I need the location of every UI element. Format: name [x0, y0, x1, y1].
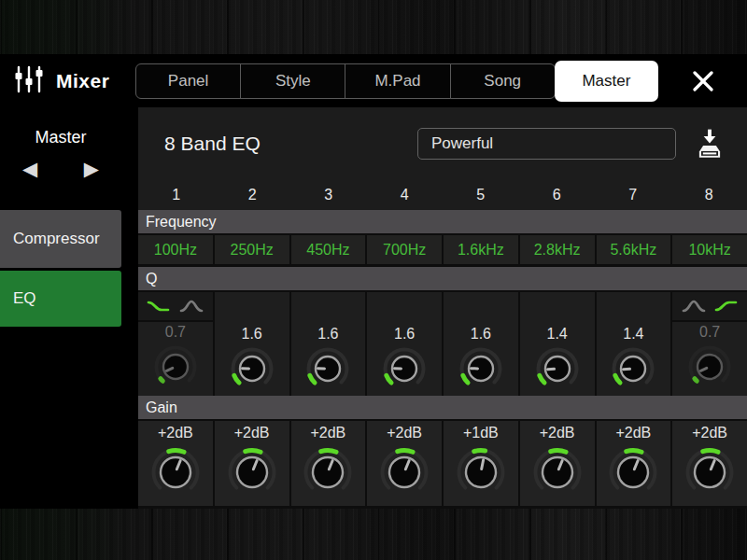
- gain-section-label: Gain: [138, 396, 747, 419]
- band-number-6: 6: [519, 180, 596, 210]
- q-column-band-2: 1.6: [215, 292, 289, 396]
- frequency-value-band-7[interactable]: 5.6kHz: [597, 235, 671, 264]
- tab-m-pad[interactable]: M.Pad: [345, 63, 450, 99]
- save-button[interactable]: [693, 127, 726, 161]
- q-shape-selector-band-8: [672, 292, 747, 322]
- tab-style[interactable]: Style: [240, 63, 345, 99]
- frequency-value-band-6[interactable]: 2.8kHz: [520, 235, 595, 264]
- eq-header: 8 Band EQ Powerful: [138, 107, 747, 180]
- q-section-label: Q: [138, 267, 747, 290]
- q-knob-band-5[interactable]: [444, 344, 518, 396]
- title-bar: Mixer PanelStyleM.PadSongMaster: [0, 54, 747, 107]
- gain-knob-band-3[interactable]: [291, 445, 366, 506]
- sidebar-item-compressor[interactable]: Compressor: [0, 210, 121, 268]
- gain-value-band-5: +1dB: [444, 421, 518, 445]
- q-shape-spacer: [215, 292, 289, 324]
- eq-panel: 8 Band EQ Powerful 123456: [138, 107, 747, 509]
- part-prev-button[interactable]: ◀: [22, 159, 37, 178]
- tab-master[interactable]: Master: [555, 61, 658, 102]
- q-column-band-5: 1.6: [444, 292, 518, 396]
- frequency-value-band-8[interactable]: 10kHz: [672, 235, 747, 264]
- gain-knob-band-5[interactable]: [444, 445, 518, 506]
- sidebar-item-eq[interactable]: EQ: [0, 271, 121, 327]
- q-column-band-4: 1.6: [367, 292, 442, 396]
- q-shape-spacer: [520, 292, 595, 324]
- preset-selector[interactable]: Powerful: [417, 128, 676, 160]
- frequency-section-label: Frequency: [138, 210, 747, 233]
- part-selector: Master ◀ ▶: [0, 107, 121, 210]
- band-number-7: 7: [595, 180, 671, 210]
- gain-value-band-8: +2dB: [672, 421, 747, 445]
- gain-column-band-3: +2dB: [291, 421, 366, 506]
- mixer-window: Mixer PanelStyleM.PadSongMaster Master: [0, 54, 747, 509]
- q-shape-selector-band-1: [138, 292, 213, 322]
- q-value-band-8: 0.7: [672, 322, 747, 343]
- frequency-value-band-1[interactable]: 100Hz: [138, 235, 213, 264]
- q-value-band-5: 1.6: [444, 324, 518, 344]
- band-number-4: 4: [367, 180, 444, 210]
- q-column-band-7: 1.4: [597, 292, 671, 396]
- sidebar-gap: [121, 107, 138, 509]
- band-number-3: 3: [290, 180, 367, 210]
- gain-value-band-4: +2dB: [367, 421, 442, 445]
- mixer-icon: [13, 64, 45, 98]
- q-value-band-4: 1.6: [367, 324, 442, 344]
- device-screen: Mixer PanelStyleM.PadSongMaster Master: [0, 0, 747, 560]
- low-shelf-shape-icon[interactable]: [147, 299, 171, 314]
- title-group: Mixer: [0, 64, 135, 98]
- page-title: 8 Band EQ: [164, 133, 261, 155]
- gain-column-band-4: +2dB: [367, 421, 442, 506]
- q-column-band-8: 0.7: [672, 292, 747, 396]
- gain-knob-band-4[interactable]: [367, 445, 442, 506]
- frequency-value-band-5[interactable]: 1.6kHz: [444, 235, 518, 264]
- gain-row: +2dB +2dB +2dB +2dB +1dB +2dB +2dB +2dB: [138, 419, 747, 509]
- q-column-band-6: 1.4: [520, 292, 595, 396]
- band-numbers-row: 12345678: [138, 180, 747, 210]
- gain-value-band-6: +2dB: [520, 421, 595, 445]
- q-row: 0.7 1.6 1.6 1.6 1.6 1.4 1.4 0.7: [138, 290, 747, 396]
- q-value-band-7: 1.4: [597, 324, 671, 344]
- tab-panel[interactable]: Panel: [135, 63, 241, 99]
- tab-song[interactable]: Song: [450, 63, 556, 99]
- q-knob-band-2[interactable]: [215, 344, 289, 396]
- q-value-band-1: 0.7: [138, 322, 213, 343]
- band-number-2: 2: [215, 180, 291, 210]
- q-knob-band-4[interactable]: [367, 344, 442, 396]
- peak-shape-icon[interactable]: [682, 299, 706, 314]
- gain-value-band-3: +2dB: [291, 421, 366, 445]
- gain-column-band-7: +2dB: [597, 421, 671, 506]
- q-value-band-3: 1.6: [291, 324, 366, 344]
- q-shape-spacer: [367, 292, 442, 324]
- q-shape-spacer: [291, 292, 366, 324]
- gain-column-band-8: +2dB: [672, 421, 747, 506]
- sidebar: Master ◀ ▶ CompressorEQ: [0, 107, 121, 509]
- content-area: Master ◀ ▶ CompressorEQ 8 Band EQ Powerf…: [0, 107, 747, 509]
- gain-knob-band-8[interactable]: [672, 445, 747, 506]
- q-shape-spacer: [597, 292, 671, 324]
- tab-bar: PanelStyleM.PadSongMaster: [135, 61, 658, 102]
- part-label: Master: [0, 128, 121, 147]
- q-value-band-6: 1.4: [520, 324, 595, 344]
- peak-shape-icon[interactable]: [179, 299, 204, 314]
- frequency-value-band-2[interactable]: 250Hz: [215, 235, 289, 264]
- part-next-button[interactable]: ▶: [84, 159, 99, 178]
- gain-value-band-2: +2dB: [215, 421, 289, 445]
- gain-column-band-1: +2dB: [138, 421, 213, 506]
- q-knob-band-1[interactable]: [138, 343, 213, 396]
- gain-knob-band-2[interactable]: [215, 445, 289, 506]
- q-knob-band-8[interactable]: [672, 343, 747, 396]
- band-number-5: 5: [443, 180, 519, 210]
- high-shelf-shape-icon[interactable]: [714, 299, 739, 314]
- gain-knob-band-1[interactable]: [138, 445, 213, 506]
- q-knob-band-7[interactable]: [597, 344, 671, 396]
- frequency-value-band-3[interactable]: 450Hz: [291, 235, 366, 264]
- gain-knob-band-7[interactable]: [597, 445, 671, 506]
- close-button[interactable]: [685, 63, 721, 99]
- q-knob-band-6[interactable]: [520, 344, 595, 396]
- q-column-band-1: 0.7: [138, 292, 213, 396]
- frequency-value-band-4[interactable]: 700Hz: [367, 235, 442, 264]
- gain-column-band-5: +1dB: [444, 421, 518, 506]
- q-shape-spacer: [444, 292, 518, 324]
- q-knob-band-3[interactable]: [291, 344, 366, 396]
- gain-knob-band-6[interactable]: [520, 445, 595, 506]
